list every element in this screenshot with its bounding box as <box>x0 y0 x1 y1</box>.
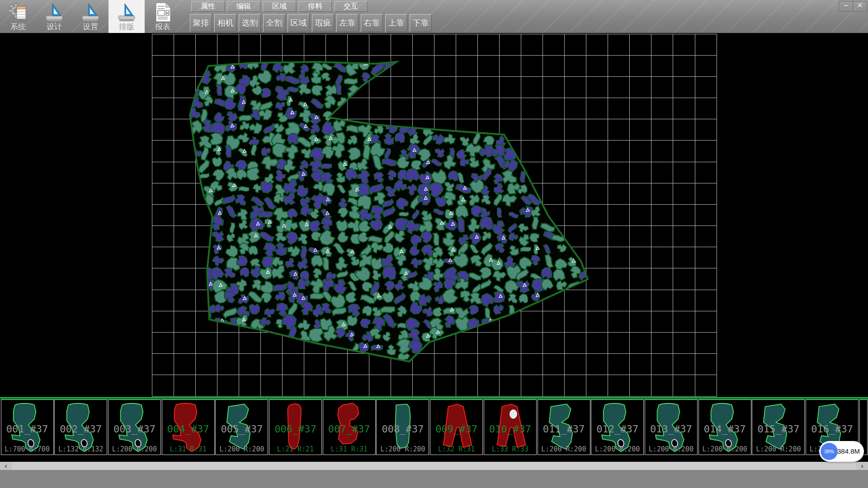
set-square-icon <box>80 2 101 23</box>
set-square-icon <box>116 2 137 23</box>
menu-排料[interactable]: 排料 <box>298 1 332 12</box>
thumbnail-cell-010_#37[interactable]: 010_#37L:33 R:33 <box>484 399 537 455</box>
thumbnail-cell-002_#37[interactable]: 002_#37L:132 R:132 <box>54 399 107 455</box>
piece-shape <box>541 401 588 453</box>
piece-shape <box>57 401 104 453</box>
nesting-canvas[interactable] <box>0 33 868 397</box>
app-button-label: 设置 <box>72 23 108 32</box>
piece-thumbnail-strip: 001_#37L:700 R:700002_#37L:132 R:132003_… <box>0 397 868 455</box>
piece-shape <box>4 401 51 453</box>
horizontal-scrollbar[interactable]: ‹ › <box>0 462 868 470</box>
progress-percent: 38% <box>821 443 838 460</box>
app-button-系统[interactable]: 系统 <box>0 0 36 33</box>
thumbnail-cell-011_#37[interactable]: 011_#37L:200 R:200 <box>538 399 590 455</box>
tool-瑕疵[interactable]: 瑕疵 <box>312 14 334 32</box>
tool-button-row: 聚排相机选割全割区域瑕疵左靠右靠上靠下靠 <box>190 14 434 32</box>
app-button-设计[interactable]: 设计 <box>36 0 72 33</box>
piece-shape <box>648 401 695 453</box>
app-button-报表[interactable]: 报表 <box>145 0 181 33</box>
set-square-icon <box>44 2 65 23</box>
piece-shape <box>755 401 802 453</box>
close-button[interactable]: ✕ <box>853 1 867 12</box>
piece-shape <box>379 401 426 453</box>
piece-shape <box>702 401 749 453</box>
app-button-label: 系统 <box>0 23 36 32</box>
menu-区域[interactable]: 区域 <box>263 1 296 12</box>
tool-相机[interactable]: 相机 <box>214 14 236 32</box>
thumbnail-cell-006_#37[interactable]: 006_#37L:21 R:21 <box>269 399 322 455</box>
thumbnail-cell-014_#37[interactable]: 014_#37L:200 R:200 <box>698 399 751 455</box>
progress-badge: 38% 384.8M <box>819 441 864 462</box>
thumbnail-cell-015_#37[interactable]: 015_#37L:200 R:200 <box>752 399 805 455</box>
memory-usage: 384.8M <box>837 441 860 462</box>
thumbnail-cell-004_#37[interactable]: 004_#37L:31 R:31 <box>162 399 215 455</box>
strip-separator-line <box>0 397 868 399</box>
piece-shape <box>433 401 480 453</box>
tool-全割[interactable]: 全割 <box>263 14 285 32</box>
app-button-设置[interactable]: 设置 <box>72 0 108 33</box>
thumbnail-cell-001_#37[interactable]: 001_#37L:700 R:700 <box>1 399 54 455</box>
scroll-right-button[interactable]: › <box>856 462 868 470</box>
scroll-left-button[interactable]: ‹ <box>0 462 12 470</box>
gear-table-icon <box>8 2 28 23</box>
app-button-排版[interactable]: 排版 <box>108 0 145 33</box>
thumbnail-cell-003_#37[interactable]: 003_#37L:200 R:200 <box>108 399 161 455</box>
tool-区域[interactable]: 区域 <box>288 14 310 32</box>
tool-右靠[interactable]: 右靠 <box>361 14 383 32</box>
tool-上靠[interactable]: 上靠 <box>385 14 407 32</box>
report-icon <box>152 2 173 23</box>
menu-编辑[interactable]: 编辑 <box>227 1 260 12</box>
app-button-label: 报表 <box>145 23 181 32</box>
thumbnail-cell-007_#37[interactable]: 007_#37L:31 R:31 <box>323 399 376 455</box>
piece-shape <box>165 401 212 453</box>
thumbnail-cell-005_#37[interactable]: 005_#37L:200 R:200 <box>215 399 268 455</box>
tool-下靠[interactable]: 下靠 <box>410 14 432 32</box>
minimize-button[interactable]: − <box>839 1 853 12</box>
tool-聚排[interactable]: 聚排 <box>190 14 212 32</box>
thumbnail-cell-013_#37[interactable]: 013_#37L:200 R:200 <box>645 399 698 455</box>
thumbnail-cell-012_#37[interactable]: 012_#37L:200 R:200 <box>591 399 644 455</box>
piece-shape <box>326 401 373 453</box>
piece-shape <box>863 401 868 453</box>
piece-shape <box>111 401 158 453</box>
thumbnail-cell-009_#37[interactable]: 009_#37L:32 R:31 <box>430 399 483 455</box>
status-bar <box>0 470 868 488</box>
piece-shape <box>272 401 319 453</box>
app-button-label: 排版 <box>108 23 145 32</box>
top-toolbar: 系统设计设置排版报表 属性编辑区域排料交互 聚排相机选割全割区域瑕疵左靠右靠上靠… <box>0 0 868 33</box>
menu-bar: 属性编辑区域排料交互 <box>191 1 370 12</box>
menu-属性[interactable]: 属性 <box>191 1 225 12</box>
tool-选割[interactable]: 选割 <box>239 14 261 32</box>
piece-shape <box>487 401 534 453</box>
piece-shape <box>594 401 641 453</box>
app-button-label: 设计 <box>36 23 72 32</box>
tool-左靠[interactable]: 左靠 <box>336 14 359 32</box>
menu-交互[interactable]: 交互 <box>334 1 368 12</box>
thumbnail-cell-008_#37[interactable]: 008_#37L:200 R:200 <box>376 399 429 455</box>
piece-shape <box>218 401 265 453</box>
